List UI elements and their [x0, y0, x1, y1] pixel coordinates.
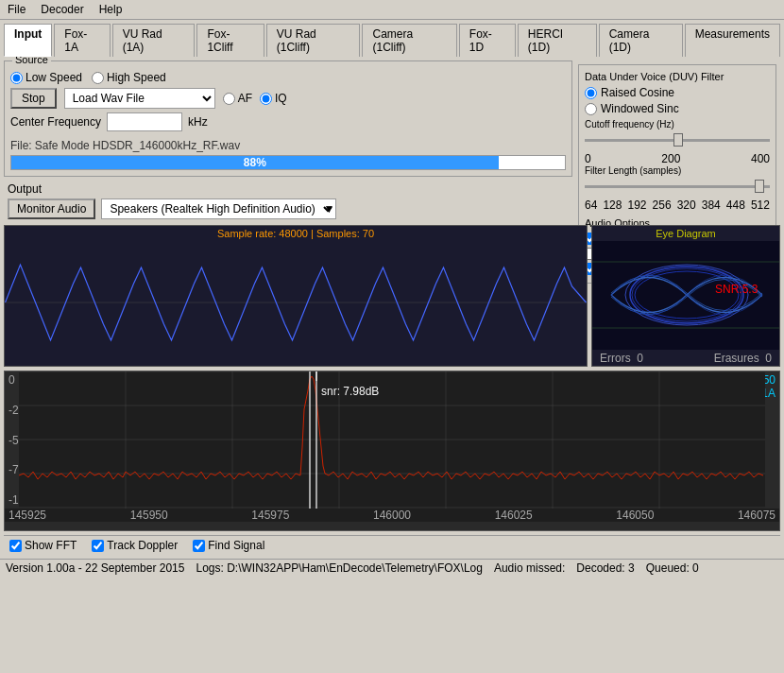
- waveform-title: Sample rate: 48000 | Samples: 70: [5, 226, 587, 241]
- iq-radio[interactable]: IQ: [260, 92, 287, 105]
- waveform-svg: [5, 241, 587, 364]
- freq-label: Center Frequency: [10, 115, 101, 129]
- tab-camera1cliff[interactable]: Camera (1Cliff): [362, 24, 456, 57]
- tab-herci1d[interactable]: HERCI (1D): [518, 24, 597, 57]
- fft-section: Freq:145980450 Scanning: Fox-1A 0 -25 -5…: [4, 371, 780, 531]
- menu-bar: File Decoder Help: [0, 0, 784, 20]
- speed-radio-group: Low Speed High Speed: [10, 71, 166, 84]
- output-label: Output: [8, 182, 42, 196]
- errors-label: Errors 0: [600, 352, 643, 365]
- freq-unit: kHz: [188, 115, 208, 129]
- eye-diagram-content: SNR:5.3: [592, 241, 779, 350]
- tab-vurad1a[interactable]: VU Rad (1A): [112, 24, 196, 57]
- high-speed-radio[interactable]: High Speed: [92, 71, 166, 84]
- find-signal-label: Find Signal: [208, 539, 264, 552]
- tab-fox1d[interactable]: Fox-1D: [459, 24, 516, 57]
- source-section: Source Low Speed High Speed Sto: [4, 60, 572, 177]
- eye-diagram-title: Eye Diagram: [592, 226, 779, 241]
- eye-errors: Errors 0 Erasures 0: [592, 350, 779, 367]
- windowed-sinc-radio[interactable]: [585, 103, 597, 115]
- bottom-bar: Show FFT Track Doppler Find Signal: [4, 535, 780, 555]
- status-bar: Version 1.00a - 22 September 2015 Logs: …: [0, 559, 784, 577]
- filter-length-slider[interactable]: [585, 178, 770, 197]
- show-fft-checkbox[interactable]: [9, 540, 22, 552]
- progress-label: 88%: [244, 156, 266, 169]
- tab-measurements[interactable]: Measurements: [685, 24, 780, 57]
- svg-rect-10: [19, 371, 765, 509]
- cutoff-label: Cutoff frequency (Hz): [585, 119, 770, 129]
- low-speed-radio[interactable]: Low Speed: [10, 71, 82, 84]
- tab-fox1cliff[interactable]: Fox-1Cliff: [196, 24, 264, 57]
- file-label: File:: [10, 139, 32, 152]
- decoded-label: Decoded: 3: [576, 561, 634, 575]
- main-content: Source Low Speed High Speed Sto: [0, 57, 784, 559]
- speaker-select[interactable]: Speakers (Realtek High Definition Audio): [101, 198, 336, 219]
- tab-input[interactable]: Input: [4, 24, 52, 57]
- eye-diagram: Eye Diagram: [591, 225, 780, 367]
- menu-file[interactable]: File: [4, 2, 29, 17]
- svg-text:snr: 7.98dB: snr: 7.98dB: [321, 385, 379, 398]
- raised-cosine-radio[interactable]: [585, 87, 597, 99]
- menu-decoder[interactable]: Decoder: [37, 2, 87, 17]
- track-doppler-label: Track Doppler: [107, 539, 178, 552]
- progress-bar-container: 88%: [10, 155, 566, 170]
- windowed-sinc-label: Windowed Sinc: [601, 102, 679, 115]
- tab-vurad1cliff[interactable]: VU Rad (1Cliff): [266, 24, 361, 57]
- audio-missed-label: Audio missed:: [494, 561, 565, 575]
- tab-bar: Input Fox-1A VU Rad (1A) Fox-1Cliff VU R…: [0, 20, 784, 57]
- fft-svg: snr: 7.98dB: [5, 371, 779, 509]
- track-doppler-checkbox[interactable]: [92, 540, 104, 552]
- logs-label: Logs: D:\WIN32APP\Ham\EnDecode\Telemetry…: [196, 561, 482, 575]
- cutoff-slider[interactable]: [585, 131, 770, 150]
- stop-button[interactable]: Stop: [10, 88, 57, 109]
- tab-fox1a[interactable]: Fox-1A: [54, 24, 110, 57]
- show-fft-item[interactable]: Show FFT: [9, 539, 77, 552]
- find-signal-item[interactable]: Find Signal: [193, 539, 264, 552]
- queued-label: Queued: 0: [646, 561, 699, 575]
- raised-cosine-label: Raised Cosine: [601, 86, 674, 99]
- waveform-section: Sample rate: 48000 | Samples: 70 Eye Dia…: [4, 225, 780, 367]
- svg-text:SNR:5.3: SNR:5.3: [715, 283, 758, 296]
- waveform-display: Sample rate: 48000 | Samples: 70: [4, 225, 588, 367]
- tab-camera1d[interactable]: Camera (1D): [599, 24, 683, 57]
- menu-help[interactable]: Help: [95, 2, 127, 17]
- monitor-audio-button[interactable]: Monitor Audio: [8, 198, 95, 219]
- dropdown-arrow-icon: ▼: [323, 202, 334, 216]
- progress-bar-fill: 88%: [11, 156, 499, 169]
- eye-svg: SNR:5.3: [592, 241, 779, 350]
- track-doppler-item[interactable]: Track Doppler: [92, 539, 178, 552]
- file-name: Safe Mode HDSDR_146000kHz_RF.wav: [35, 139, 240, 152]
- duv-title: Data Under Voice (DUV) Filter: [585, 71, 770, 82]
- fft-axis: 145925 145950 145975 146000 146025 14605…: [5, 509, 779, 522]
- show-fft-label: Show FFT: [25, 539, 77, 552]
- filter-length-label: Filter Length (samples): [585, 165, 770, 176]
- source-dropdown[interactable]: Load Wav File: [64, 88, 215, 109]
- version-label: Version 1.00a - 22 September 2015: [6, 561, 184, 575]
- erasures-label: Erasures 0: [714, 352, 772, 365]
- freq-input[interactable]: 146000: [107, 112, 182, 131]
- cutoff-ticks: 0 200 400: [585, 152, 770, 165]
- af-radio[interactable]: AF: [223, 92, 252, 105]
- filter-length-ticks: 64128192256320384448512: [585, 198, 770, 212]
- find-signal-checkbox[interactable]: [193, 540, 205, 552]
